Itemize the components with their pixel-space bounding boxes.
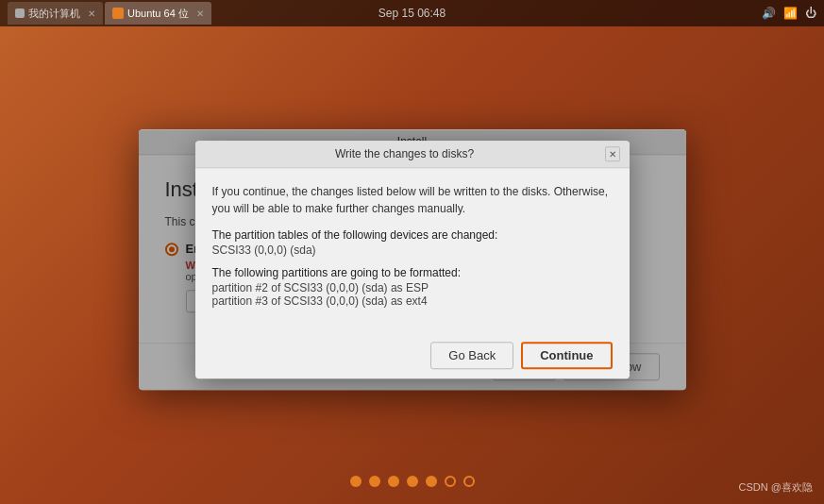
write-changes-dialog: Write the changes to disks? ✕ If you con… [195,141,630,378]
format-title-text: The following partitions are going to be… [212,266,462,279]
dialog-titlebar: Write the changes to disks? ✕ [195,141,630,168]
dot-1 [350,476,362,487]
format-title: The following partitions are going to be… [212,266,613,279]
partition-table-title: The partition tables of the following de… [212,228,613,242]
partition-table-content: SCSI33 (0,0,0) (sda) [212,244,613,257]
dialog-title: Write the changes to disks? [205,147,605,160]
dot-7 [463,476,475,487]
tab-ubuntu-label: Ubuntu 64 位 [127,7,189,21]
format-line-2: partition #3 of SCSI33 (0,0,0) (sda) as … [212,294,613,308]
dialog-close-button[interactable]: ✕ [605,146,620,161]
tab-ubuntu[interactable]: Ubuntu 64 位 ✕ [105,2,211,25]
dialog-body-text: If you continue, the changes listed belo… [212,183,613,217]
dot-3 [388,476,399,487]
volume-icon[interactable]: 🔊 [762,7,776,20]
format-section: The following partitions are going to be… [212,266,613,308]
go-back-button[interactable]: Go Back [430,342,513,369]
partition-table-section: The partition tables of the following de… [212,228,613,257]
dot-4 [407,476,418,487]
taskbar-right-icons: 🔊 📶 ⏻ [762,7,816,20]
tab-computer-close[interactable]: ✕ [88,8,95,19]
dialog-overlay: Write the changes to disks? ✕ If you con… [139,129,686,390]
ubuntu-icon [112,8,124,19]
dialog-footer: Go Back Continue [195,332,630,378]
tab-computer-label: 我的计算机 [28,7,80,21]
dot-5 [426,476,437,487]
network-icon[interactable]: 📶 [783,7,798,20]
taskbar: 我的计算机 ✕ Ubuntu 64 位 ✕ Sep 15 06:48 🔊 📶 ⏻ [0,0,824,26]
taskbar-time: Sep 15 06:48 [378,7,446,20]
computer-icon [15,8,25,18]
power-icon[interactable]: ⏻ [805,7,816,20]
tab-computer[interactable]: 我的计算机 ✕ [8,2,103,25]
taskbar-tabs: 我的计算机 ✕ Ubuntu 64 位 ✕ [8,2,211,25]
installer-window: Install Installation type This computer … [139,129,686,390]
continue-button[interactable]: Continue [521,342,612,369]
desktop: 我的计算机 ✕ Ubuntu 64 位 ✕ Sep 15 06:48 🔊 📶 ⏻… [0,0,824,504]
watermark: CSDN @喜欢隐 [739,480,813,495]
format-line-1: partition #2 of SCSI33 (0,0,0) (sda) as … [212,281,613,294]
dot-6 [445,476,456,487]
progress-dots [350,476,475,487]
tab-ubuntu-close[interactable]: ✕ [196,8,204,19]
dot-2 [369,476,380,487]
dialog-body: If you continue, the changes listed belo… [195,168,630,332]
